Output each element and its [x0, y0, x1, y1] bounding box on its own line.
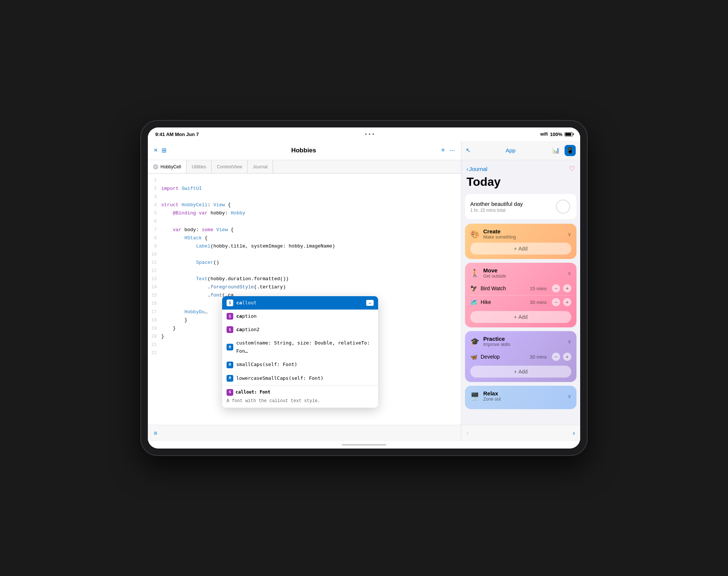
heart-button[interactable]: ♡ [569, 165, 575, 173]
editor-title: Hobbies [170, 147, 438, 154]
code-line-12: 12 [148, 267, 461, 275]
close-tab-icon[interactable]: ✕ [153, 164, 158, 169]
create-title: Create [483, 228, 564, 234]
preview-toolbar: ↖ App 📊 📱 [461, 141, 580, 160]
code-line-4: 4 struct HobbyCell: View { [148, 201, 461, 209]
autocomplete-item-smallcaps[interactable]: M smallCaps(self: Font) [222, 358, 378, 371]
activity-card-header-move: 🚶 Move Get outside ∨ [470, 267, 571, 279]
document-icon[interactable]: ≡ [154, 430, 157, 437]
more-options-button[interactable]: ··· [449, 146, 455, 154]
doc-popup-title: callout: Font [235, 388, 270, 396]
autocomplete-item-custom[interactable]: M custom(name: String, size: Double, rel… [222, 336, 378, 358]
practice-chevron[interactable]: ∨ [568, 339, 571, 344]
code-area[interactable]: 1 2 import SwiftUI 3 4 struct HobbyCell:… [148, 174, 461, 425]
close-button[interactable]: × [154, 146, 158, 154]
create-info: Create Make something [483, 228, 564, 240]
today-progress-ring [555, 198, 571, 215]
ipad-screen: 9:41 AM Mon Jun 7 wifi 100% × [148, 127, 580, 449]
hike-stepper: − + [552, 298, 571, 306]
move-icon: 🚶 [470, 269, 480, 278]
tab-label-journal: Journal [253, 164, 267, 169]
relax-subtitle: Zone out [483, 397, 564, 402]
doc-popup-desc: A font with the callout text style. [227, 397, 374, 405]
birdwatch-increment[interactable]: + [563, 284, 571, 292]
back-chevron-icon: ‹ [467, 166, 468, 172]
tab-utilities[interactable]: Utilities [186, 160, 212, 173]
relax-chevron[interactable]: ∨ [568, 393, 571, 399]
autocomplete-item-callout[interactable]: S callout ↵ [222, 296, 378, 310]
status-dot-3 [373, 133, 374, 135]
today-card-subtitle: 1 hr, 15 mins total [470, 208, 550, 213]
ac-type-badge-s: S [227, 300, 233, 306]
journal-back-button[interactable]: ‹ Journal [467, 166, 487, 172]
code-line-7: 7 var body: some View { [148, 226, 461, 234]
hike-decrement[interactable]: − [552, 298, 560, 306]
code-line-2: 2 import SwiftUI [148, 185, 461, 193]
next-arrow[interactable]: › [573, 429, 575, 437]
create-chevron[interactable]: ∨ [568, 231, 571, 237]
preview-device-button[interactable]: 📱 [565, 145, 576, 156]
wifi-icon: wifi [540, 132, 548, 137]
activity-card-header-practice: 🎓 Practice Improve skills ∨ [470, 336, 571, 347]
preview-panel: ↖ App 📊 📱 ‹ Journal ♡ [461, 141, 580, 441]
move-add-button[interactable]: + Add [470, 311, 571, 323]
create-icon: 🎨 [470, 230, 480, 239]
doc-type-badge: S [227, 389, 233, 396]
move-info: Move Get outside [483, 267, 564, 279]
journal-title: Today [467, 175, 575, 189]
ac-label-lowercasesmallcaps: lowercaseSmallCaps(self: Font) [236, 374, 374, 382]
autocomplete-item-caption[interactable]: S caption [222, 310, 378, 323]
relax-title: Relax [483, 390, 564, 397]
birdwatch-icon: 🦅 [470, 285, 478, 292]
preview-app-label[interactable]: App [474, 147, 547, 153]
battery-percent: 100% [550, 132, 562, 137]
ac-type-badge-m3: M [227, 375, 233, 382]
move-subtitle: Get outside [483, 274, 564, 279]
tab-hobbycell[interactable]: ✕ HobbyCell [148, 160, 186, 173]
practice-icon: 🎓 [470, 337, 480, 346]
develop-decrement[interactable]: − [552, 353, 560, 361]
preview-tool-right: 📊 📱 [550, 145, 576, 156]
ac-label-custom: custom(name: String, size: Double, relat… [236, 339, 374, 355]
code-line-3: 3 [148, 193, 461, 201]
add-file-button[interactable]: + [441, 146, 445, 154]
code-line-13: 13 Text(hobby.duration.formatted()) [148, 275, 461, 283]
preview-nav: ‹ › [461, 425, 580, 441]
tab-journal[interactable]: Journal [248, 160, 273, 173]
move-add-label: Add [519, 314, 528, 320]
today-card-title: Another beautiful day [470, 201, 550, 207]
hike-name: Hike [481, 299, 527, 305]
journal-panel[interactable]: ‹ Journal ♡ Today Another beautiful day [461, 160, 580, 425]
autocomplete-item-caption2[interactable]: S caption2 [222, 323, 378, 336]
code-line-9: 9 Label(hobby.title, systemImage: hobby.… [148, 242, 461, 250]
develop-increment[interactable]: + [563, 353, 571, 361]
relax-info: Relax Zone out [483, 390, 564, 402]
hike-increment[interactable]: + [563, 298, 571, 306]
activity-card-header-relax: 🖥️ Relax Zone out ∨ [470, 390, 571, 402]
preview-back-icon[interactable]: ↖ [466, 147, 471, 154]
tab-label-utilities: Utilities [192, 164, 206, 169]
prev-arrow[interactable]: ‹ [467, 429, 469, 437]
develop-name: Develop [481, 354, 527, 360]
sidebar-toggle-button[interactable]: ⊞ [162, 147, 166, 154]
preview-chart-button[interactable]: 📊 [550, 145, 562, 156]
practice-add-button[interactable]: + Add [470, 366, 571, 378]
toolbar-actions: + ··· [441, 146, 455, 154]
activity-card-move: 🚶 Move Get outside ∨ 🦅 Bird Watch 15 min… [465, 263, 576, 327]
create-subtitle: Make something [483, 234, 564, 240]
autocomplete-popup[interactable]: S callout ↵ S caption S caption2 [222, 296, 378, 408]
move-chevron[interactable]: ∨ [568, 270, 571, 276]
today-card-text: Another beautiful day 1 hr, 15 mins tota… [470, 201, 550, 213]
code-line-5: 5 @Binding var hobby: Hobby [148, 209, 461, 217]
code-line-8: 8 HStack { [148, 234, 461, 242]
create-add-button[interactable]: + Add [470, 243, 571, 255]
hike-time: 30 mins [530, 300, 547, 305]
activity-row-hike: 🗺️ Hike 30 mins − + [470, 295, 571, 309]
autocomplete-item-lowercasesmallcaps[interactable]: M lowercaseSmallCaps(self: Font) [222, 372, 378, 385]
develop-time: 30 mins [530, 354, 547, 360]
birdwatch-time: 15 mins [530, 286, 547, 291]
birdwatch-decrement[interactable]: − [552, 284, 560, 292]
tab-contentview[interactable]: ContentView [212, 160, 248, 173]
status-right: wifi 100% [540, 132, 573, 137]
status-center-dots [365, 133, 374, 135]
